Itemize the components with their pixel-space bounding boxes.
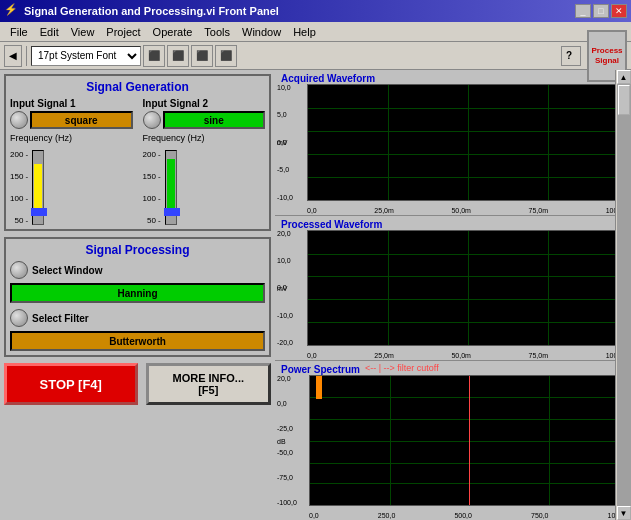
app-icon: ⚡ bbox=[4, 3, 20, 19]
sgrid-v3 bbox=[549, 376, 550, 505]
filter-knob[interactable] bbox=[10, 309, 28, 327]
signal1-thumb[interactable] bbox=[31, 208, 47, 216]
font-select[interactable]: 17pt System Font bbox=[31, 46, 141, 66]
menu-bar: File Edit View Project Operate Tools Win… bbox=[0, 22, 631, 42]
menu-file[interactable]: File bbox=[4, 25, 34, 39]
menu-window[interactable]: Window bbox=[236, 25, 287, 39]
acquired-waveform-section: Acquired Waveform 10,0 5,0 0,0 -5,0 -10,… bbox=[275, 70, 631, 216]
process-signal-label: ProcessSignal bbox=[591, 46, 622, 65]
signal-generation-box: Signal Generation Input Signal 1 square … bbox=[4, 74, 271, 231]
acq-y-10: 10,0 bbox=[277, 84, 303, 91]
signal2-freq-scale: 200 - 150 - 100 - 50 - bbox=[143, 150, 161, 225]
filter-label: Select Filter bbox=[32, 313, 89, 324]
signal2-label: Input Signal 2 bbox=[143, 98, 266, 109]
menu-project[interactable]: Project bbox=[100, 25, 146, 39]
scale2-200: 200 - bbox=[143, 150, 161, 159]
power-chart-area bbox=[309, 375, 629, 506]
toolbar: ◀ 17pt System Font ⬛ ⬛ ⬛ ⬛ ? ProcessSign… bbox=[0, 42, 631, 70]
pow-x-750: 750,0 bbox=[531, 512, 549, 519]
proc-y-20: 20,0 bbox=[277, 230, 303, 237]
vertical-scrollbar[interactable]: ▲ ▼ bbox=[615, 70, 631, 520]
pow-y-m100: -100,0 bbox=[277, 499, 305, 506]
acq-x-50: 50,0m bbox=[451, 207, 470, 214]
toolbar-btn-3[interactable]: ⬛ bbox=[191, 45, 213, 67]
proc-x-50: 50,0m bbox=[451, 352, 470, 359]
grid-v3 bbox=[548, 85, 549, 200]
signal2-type-row: sine bbox=[143, 111, 266, 129]
scale2-50: 50 - bbox=[143, 216, 161, 225]
pow-y-20: 20,0 bbox=[277, 375, 305, 382]
scale2-100: 100 - bbox=[143, 194, 161, 203]
signal-processing-title: Signal Processing bbox=[10, 243, 265, 257]
back-button[interactable]: ◀ bbox=[4, 45, 22, 67]
signal1-fill bbox=[34, 164, 42, 214]
toolbar-btn-4[interactable]: ⬛ bbox=[215, 45, 237, 67]
acq-x-0: 0,0 bbox=[307, 207, 317, 214]
pow-x-0: 0,0 bbox=[309, 512, 319, 519]
close-button[interactable]: ✕ bbox=[611, 4, 627, 18]
processed-waveform-section: Processed Waveform 20,0 10,0 0,0 -10,0 -… bbox=[275, 216, 631, 362]
scroll-down-button[interactable]: ▼ bbox=[617, 506, 631, 520]
signal1-freq-scale: 200 - 150 - 100 - 50 - bbox=[10, 150, 28, 225]
acquired-y-unit: mV bbox=[277, 139, 288, 146]
signal2-type-button[interactable]: sine bbox=[163, 111, 266, 129]
maximize-button[interactable]: □ bbox=[593, 4, 609, 18]
signal1-label: Input Signal 1 bbox=[10, 98, 133, 109]
more-info-button[interactable]: MORE INFO...[F5] bbox=[146, 363, 272, 405]
menu-tools[interactable]: Tools bbox=[198, 25, 236, 39]
menu-help[interactable]: Help bbox=[287, 25, 322, 39]
pow-y-m75: -75,0 bbox=[277, 474, 305, 481]
window-knob[interactable] bbox=[10, 261, 28, 279]
scale1-100: 100 - bbox=[10, 194, 28, 203]
grid-v2 bbox=[468, 85, 469, 200]
stop-button[interactable]: STOP [F4] bbox=[4, 363, 138, 405]
signal2-freq-label: Frequency (Hz) bbox=[143, 133, 266, 143]
signals-row: Input Signal 1 square Frequency (Hz) 200… bbox=[10, 98, 265, 225]
processed-y-unit: mV bbox=[277, 284, 288, 291]
signal1-type-button[interactable]: square bbox=[30, 111, 133, 129]
proc-x-0: 0,0 bbox=[307, 352, 317, 359]
signal1-freq-label: Frequency (Hz) bbox=[10, 133, 133, 143]
proc-y-10: 10,0 bbox=[277, 257, 303, 264]
menu-edit[interactable]: Edit bbox=[34, 25, 65, 39]
signal-generation-title: Signal Generation bbox=[10, 80, 265, 94]
help-button[interactable]: ? bbox=[561, 46, 581, 66]
acq-y-m5: -5,0 bbox=[277, 166, 303, 173]
signal2-knob[interactable] bbox=[143, 111, 161, 129]
signal2-slider[interactable] bbox=[165, 150, 177, 225]
scale1-200: 200 - bbox=[10, 150, 28, 159]
toolbar-btn-1[interactable]: ⬛ bbox=[143, 45, 165, 67]
scroll-up-button[interactable]: ▲ bbox=[617, 70, 631, 84]
spectrum-bar bbox=[316, 376, 322, 399]
acq-x-75: 75,0m bbox=[529, 207, 548, 214]
window-label: Select Window bbox=[32, 265, 102, 276]
power-y-unit: dB bbox=[277, 437, 286, 444]
proc-x-25: 25,0m bbox=[374, 352, 393, 359]
pow-x-500: 500,0 bbox=[454, 512, 472, 519]
signal2-fill bbox=[167, 159, 175, 214]
minimize-button[interactable]: _ bbox=[575, 4, 591, 18]
acq-y-5: 5,0 bbox=[277, 111, 303, 118]
signal1-knob[interactable] bbox=[10, 111, 28, 129]
signal2-thumb[interactable] bbox=[164, 208, 180, 216]
window-dropdown[interactable]: Hanning bbox=[10, 283, 265, 303]
signal1-slider[interactable] bbox=[32, 150, 44, 225]
pow-y-m25: -25,0 bbox=[277, 425, 305, 432]
signal1-type-row: square bbox=[10, 111, 133, 129]
filter-cutoff-label: <-- | --> filter cutoff bbox=[365, 363, 439, 373]
window-title: Signal Generation and Processing.vi Fron… bbox=[24, 5, 573, 17]
scale2-150: 150 - bbox=[143, 172, 161, 181]
filter-select-row: Select Filter bbox=[10, 309, 265, 327]
pgrid-v2 bbox=[468, 231, 469, 346]
scale1-50: 50 - bbox=[10, 216, 28, 225]
toolbar-btn-2[interactable]: ⬛ bbox=[167, 45, 189, 67]
signal2-col: Input Signal 2 sine Frequency (Hz) 200 -… bbox=[143, 98, 266, 225]
title-bar: ⚡ Signal Generation and Processing.vi Fr… bbox=[0, 0, 631, 22]
acquired-x-axis: 0,0 25,0m 50,0m 75,0m 100,0m bbox=[307, 207, 629, 214]
signal-processing-box: Signal Processing Select Window Hanning … bbox=[4, 237, 271, 357]
filter-dropdown[interactable]: Butterworth bbox=[10, 331, 265, 351]
signal2-slider-container: 200 - 150 - 100 - 50 - bbox=[143, 145, 266, 225]
scroll-thumb[interactable] bbox=[618, 85, 630, 115]
menu-view[interactable]: View bbox=[65, 25, 101, 39]
menu-operate[interactable]: Operate bbox=[147, 25, 199, 39]
